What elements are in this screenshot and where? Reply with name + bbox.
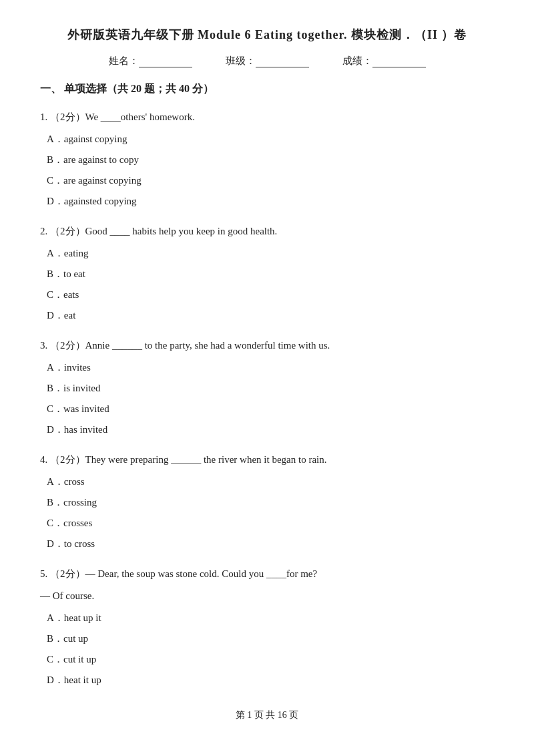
question-block-3: 3. （2分）Annie ______ to the party, she ha…	[40, 337, 494, 439]
question-stem-1: 1. （2分）We ____others' homework.	[40, 108, 494, 126]
question-stem-5: 5. （2分）— Dear, the soup was stone cold. …	[40, 565, 494, 583]
option-5-4: D．heat it up	[47, 671, 494, 689]
option-2-4: D．eat	[47, 307, 494, 325]
option-3-4: D．has invited	[47, 421, 494, 439]
question-block-5: 5. （2分）— Dear, the soup was stone cold. …	[40, 565, 494, 689]
option-1-4: D．againsted copying	[47, 192, 494, 210]
student-info: 姓名： 班级： 成绩：	[40, 55, 494, 67]
question-block-4: 4. （2分）They were preparing ______ the ri…	[40, 451, 494, 553]
option-3-1: A．invites	[47, 359, 494, 377]
option-4-2: B．crossing	[47, 494, 494, 512]
option-5-1: A．heat up it	[47, 609, 494, 627]
question-stem-3: 3. （2分）Annie ______ to the party, she ha…	[40, 337, 494, 355]
option-1-3: C．are against copying	[47, 172, 494, 190]
question-block-2: 2. （2分）Good ____ habits help you keep in…	[40, 222, 494, 325]
option-4-1: A．cross	[47, 473, 494, 491]
option-4-3: C．crosses	[47, 514, 494, 532]
option-3-2: B．is invited	[47, 379, 494, 397]
option-4-4: D．to cross	[47, 535, 494, 553]
question-stem-2: 2. （2分）Good ____ habits help you keep in…	[40, 222, 494, 240]
option-5-3: C．cut it up	[47, 650, 494, 669]
option-3-3: C．was invited	[47, 400, 494, 418]
option-2-3: C．eats	[47, 286, 494, 304]
class-field: 班级：	[226, 55, 309, 67]
option-2-1: A．eating	[47, 244, 494, 262]
option-1-2: B．are against to copy	[47, 151, 494, 169]
page-footer: 第 1 页 共 16 页	[40, 709, 494, 721]
section1-title: 一、 单项选择（共 20 题；共 40 分）	[40, 82, 494, 96]
option-5-2: B．cut up	[47, 630, 494, 648]
question-block-1: 1. （2分）We ____others' homework.A．against…	[40, 108, 494, 210]
questions-container: 1. （2分）We ____others' homework.A．against…	[40, 108, 494, 689]
page-title: 外研版英语九年级下册 Module 6 Eating together. 模块检…	[40, 27, 494, 43]
score-field: 成绩：	[342, 55, 426, 67]
question-extra-5: — Of course.	[40, 587, 494, 605]
option-2-2: B．to eat	[47, 265, 494, 283]
name-field: 姓名：	[109, 55, 192, 67]
question-stem-4: 4. （2分）They were preparing ______ the ri…	[40, 451, 494, 469]
option-1-1: A．against copying	[47, 130, 494, 148]
